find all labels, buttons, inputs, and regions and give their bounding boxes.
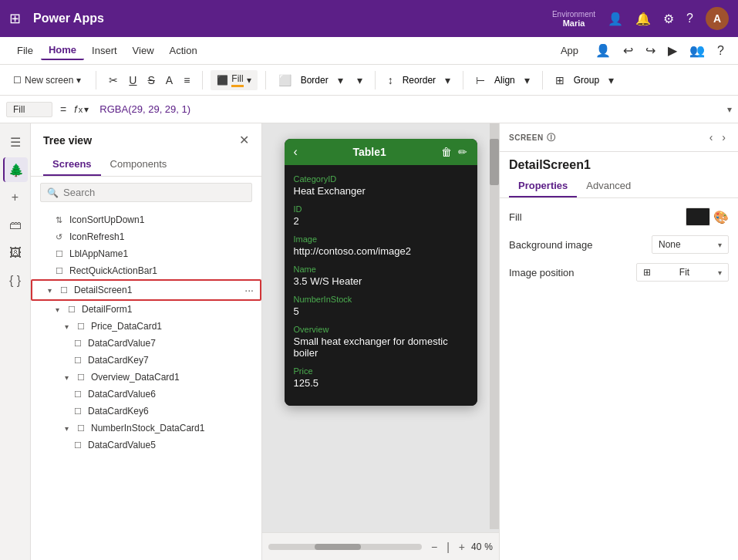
tree-close-button[interactable]: ✕ [239,133,249,147]
sidebar-menu-icon[interactable]: ☰ [3,130,28,154]
list-item[interactable]: ☐ DataCardKey6 [31,403,261,420]
image-position-dropdown[interactable]: ⊞ Fit ▾ [636,263,729,282]
props-prev-button[interactable]: ‹ [706,130,716,145]
person-icon[interactable]: 👤 [591,40,615,61]
phone-delete-icon[interactable]: 🗑 [441,146,452,158]
app-title: Power Apps [33,12,104,25]
vertical-scrollbar-thumb[interactable] [490,139,499,185]
list-item[interactable]: ▾ ☐ Overview_DataCard1 [31,369,261,386]
phone-back-button[interactable]: ‹ [294,145,298,159]
fill-button[interactable]: ⬛ Fill ▾ [211,70,257,90]
screen-label: SCREEN ⓘ [509,132,555,143]
zoom-out-button[interactable]: − [428,539,440,555]
waffle-icon[interactable]: ⊞ [9,10,21,27]
group-chevron[interactable]: ▾ [604,71,618,89]
sidebar-tree-icon[interactable]: 🌲 [3,157,28,182]
list-item[interactable]: ☐ RectQuickActionBar1 [31,262,261,279]
fx-x: x [79,105,83,114]
tree-item-label: DataCardValue5 [88,440,156,450]
border-icon[interactable]: ⬜ [274,71,296,89]
group-icon[interactable]: ⊞ [551,71,569,89]
tab-properties[interactable]: Properties [509,175,577,197]
fx-icon: f [74,103,77,115]
app-button[interactable]: App [551,42,588,59]
list-item[interactable]: ☐ DataCardKey7 [31,352,261,369]
help-icon[interactable]: ? [686,12,693,25]
list-item[interactable]: ↺ IconRefresh1 [31,228,261,245]
fill-picker-icon[interactable]: 🎨 [713,210,729,224]
zoom-in-button[interactable]: + [456,539,468,555]
list-item[interactable]: ▾ ☐ NumberInStock_DataCard1 [31,420,261,437]
notification-icon[interactable]: 🔔 [635,12,651,26]
new-screen-icon: ☐ [13,75,22,86]
formula-chevron[interactable]: ▾ [727,104,732,115]
formula-property[interactable]: Fill [6,102,52,117]
props-title: DetailScreen1 [500,152,738,175]
text-size-icon[interactable]: A [161,71,177,89]
menu-action[interactable]: Action [162,42,205,59]
list-item[interactable]: ☐ DataCardValue5 [31,437,261,454]
avatar[interactable]: A [706,7,729,30]
cut-icon[interactable]: ✂ [104,71,123,89]
sidebar-add-icon[interactable]: + [3,185,28,210]
undo-icon[interactable]: ↩ [618,40,638,61]
info-icon[interactable]: ⓘ [547,132,556,143]
align-chevron[interactable]: ▾ [520,71,534,89]
field-value-5: Small heat exchanger for domestic boiler [294,336,468,359]
canvas-area: ‹ Table1 🗑 ✏ CategoryID Heat Exchanger I… [262,123,499,560]
phone-edit-icon[interactable]: ✏ [458,146,467,158]
formula-fx-button[interactable]: f x ▾ [74,103,89,115]
menu-home[interactable]: Home [41,41,84,60]
reorder-icon[interactable]: ↕ [383,71,398,89]
value-icon: ☐ [74,390,85,400]
props-header: SCREEN ⓘ ‹ › [500,123,738,152]
sidebar-code-icon[interactable]: { } [3,268,28,293]
horizontal-scrollbar-thumb[interactable] [315,544,361,550]
vertical-scrollbar[interactable] [490,123,499,529]
border-chevron[interactable]: ▾ [333,71,348,89]
redo-icon[interactable]: ↪ [641,40,660,61]
play-icon[interactable]: ▶ [663,40,682,61]
detail-screen-item[interactable]: ▾ ☐ DetailScreen1 ··· [31,279,261,301]
more-options-icon[interactable]: ··· [244,284,254,296]
align-tool-icon[interactable]: ⊢ [471,71,490,89]
list-item[interactable]: ☐ DataCardValue7 [31,335,261,352]
more-icon[interactable]: ▾ [352,71,367,89]
formula-equals-sign: = [57,103,69,116]
profile-icon[interactable]: 👤 [608,12,623,26]
share-icon[interactable]: 👥 [685,40,709,61]
props-next-button[interactable]: › [719,130,729,145]
horizontal-scrollbar[interactable] [268,544,422,550]
reorder-chevron[interactable]: ▾ [440,71,455,89]
list-item[interactable]: ▾ ☐ Price_DataCard1 [31,318,261,335]
align-icon[interactable]: ≡ [179,71,194,89]
menu-file[interactable]: File [9,42,41,59]
formula-input[interactable] [93,100,723,118]
expand-icon: ▾ [56,305,65,314]
settings-icon[interactable]: ⚙ [663,12,674,26]
menu-view[interactable]: View [125,42,162,59]
tab-screens[interactable]: Screens [43,153,101,176]
phone-mockup: ‹ Table1 🗑 ✏ CategoryID Heat Exchanger I… [285,139,477,406]
tab-components[interactable]: Components [101,153,177,176]
tree-item-label: DataCardValue6 [88,389,156,400]
list-item[interactable]: ☐ LblAppName1 [31,245,261,262]
list-item[interactable]: ⇅ IconSortUpDown1 [31,211,261,228]
background-image-dropdown[interactable]: None ▾ [652,235,729,254]
strikethrough-icon[interactable]: S [143,71,159,89]
list-item[interactable]: ▾ ☐ DetailForm1 [31,301,261,318]
fill-label: Fill [509,211,522,223]
fill-color-swatch[interactable] [686,207,710,226]
menu-insert[interactable]: Insert [84,42,125,59]
help-menu-icon[interactable]: ? [713,41,729,61]
zoom-slider[interactable]: | [443,539,453,555]
sidebar-data-icon[interactable]: 🗃 [3,213,28,238]
underline-icon[interactable]: U [124,71,141,89]
search-input[interactable] [63,187,245,198]
environment-info: Environment Maria [552,10,595,28]
key-icon: ☐ [74,407,85,417]
sidebar-media-icon[interactable]: 🖼 [3,241,28,265]
list-item[interactable]: ☐ DataCardValue6 [31,386,261,403]
tab-advanced[interactable]: Advanced [577,175,640,197]
new-screen-button[interactable]: ☐ New screen ▾ [6,71,88,89]
